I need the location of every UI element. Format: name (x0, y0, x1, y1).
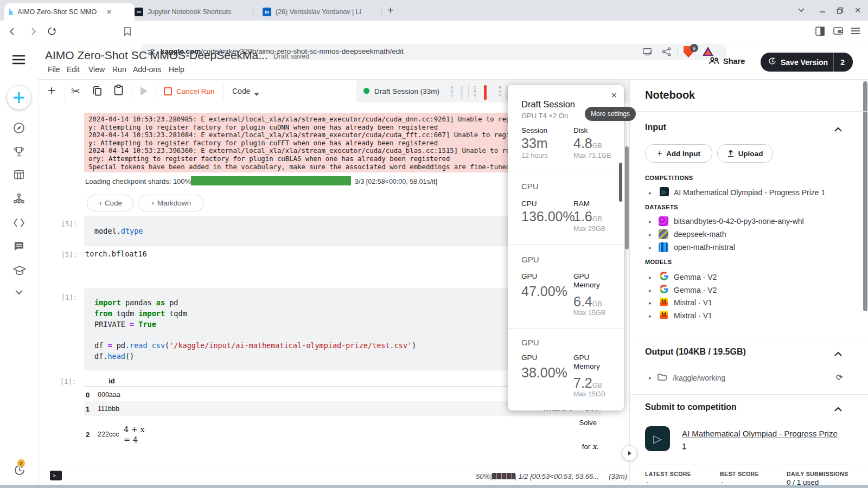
sidebar-competitions-trophy-icon[interactable] (13, 146, 25, 158)
expand-caret-icon[interactable]: ▸ (649, 313, 652, 319)
upload-button[interactable]: Upload (717, 144, 773, 163)
wallet-icon[interactable] (833, 27, 843, 37)
browser-tab-2[interactable]: tds Jupyter Notebook Shortcuts (130, 3, 257, 21)
version-count-badge[interactable]: 2 (840, 58, 845, 67)
competition-link[interactable]: AI Mathematical Olympiad - Progress Priz… (682, 427, 840, 452)
menu-edit[interactable]: Edit (67, 65, 80, 74)
new-tab-button[interactable]: + (387, 4, 394, 17)
model-item[interactable]: Mixtral · V1 (674, 311, 840, 320)
output-folder-item[interactable]: /kaggle/working (673, 374, 825, 382)
add-input-button[interactable]: +Add Input (645, 144, 712, 163)
stop-icon[interactable] (164, 87, 172, 95)
save-version-button[interactable]: Save Version 2 (761, 53, 853, 72)
add-cell-button[interactable]: + (48, 83, 55, 98)
sidebar-more-chevron-icon[interactable] (15, 287, 27, 299)
submit-section-header[interactable]: Submit to competition (645, 402, 737, 412)
sidebar-menu-icon[interactable] (12, 55, 25, 67)
best-score-label: BEST SCORE (720, 471, 759, 477)
expand-caret-icon[interactable]: ▸ (649, 219, 652, 224)
collapse-panel-arrow-button[interactable] (622, 445, 637, 461)
page-scrollbar[interactable] (863, 81, 867, 311)
collapse-chevron-icon[interactable] (834, 125, 843, 134)
session-running-dot (363, 88, 369, 94)
menu-help[interactable]: Help (169, 65, 184, 74)
model-item[interactable]: Gemma · V2 (674, 286, 840, 294)
cut-cell-icon[interactable]: ✂ (71, 85, 80, 98)
collapse-chevron-icon[interactable] (834, 404, 843, 414)
aimo-competition-icon: ▷ (660, 187, 669, 196)
model-item[interactable]: Gemma · V2 (674, 273, 840, 281)
share-people-icon[interactable] (709, 56, 719, 67)
gpu-memory-limit: Max 15GB (573, 390, 605, 398)
panel-title: Notebook (645, 89, 695, 101)
code-line: model.dtype (94, 227, 143, 235)
back-button[interactable] (8, 27, 17, 38)
expand-caret-icon[interactable]: ▸ (649, 300, 652, 306)
menu-addons[interactable]: Add-ons (133, 65, 161, 74)
sidebar-learn-icon[interactable] (13, 265, 25, 277)
send-to-device-icon[interactable] (643, 48, 653, 59)
minimize-button[interactable] (818, 5, 827, 15)
hdd-gauge (461, 86, 463, 100)
copy-cell-icon[interactable] (93, 86, 102, 98)
add-code-button[interactable]: + Code (87, 195, 133, 211)
brave-rewards-icon[interactable] (703, 47, 713, 56)
forward-button[interactable] (28, 27, 38, 38)
browser-menu-icon[interactable] (851, 27, 860, 37)
menu-run[interactable]: Run (112, 65, 126, 74)
tab-close-icon[interactable]: ✕ (106, 8, 112, 16)
tds-favicon: tds (135, 8, 143, 16)
collapse-chevron-icon[interactable] (834, 349, 843, 359)
dataset-item[interactable]: deepseek-math (674, 230, 840, 239)
output-section-header[interactable]: Output (104KB / 19.5GB) (645, 347, 746, 357)
cell-prompt: [1]: (61, 294, 77, 301)
share-button[interactable]: Share (723, 57, 745, 66)
share-page-icon[interactable] (662, 47, 671, 59)
sidebar-discussions-icon[interactable] (13, 240, 25, 252)
menu-view[interactable]: View (88, 65, 105, 74)
expand-caret-icon[interactable]: ▸ (649, 375, 652, 381)
model-item[interactable]: Mistral · V1 (674, 298, 840, 307)
code-line: PRIVATE = True (94, 320, 156, 329)
menu-file[interactable]: File (48, 65, 60, 74)
browser-tab-active[interactable]: k AIMO Zero-Shot SC MMO ✕ (4, 3, 135, 21)
sidebar-code-icon[interactable] (13, 218, 25, 230)
sidebar-home-compass-icon[interactable] (13, 122, 25, 134)
reading-list-panel-icon[interactable] (815, 27, 825, 38)
gpu-value: 47.00% (521, 284, 567, 299)
competition-item[interactable]: AI Mathematical Olympiad - Progress Priz… (674, 188, 842, 197)
maximize-button[interactable] (835, 5, 845, 15)
cell-type-caret-icon[interactable] (254, 89, 259, 99)
expand-caret-icon[interactable]: ▸ (649, 190, 652, 196)
popup-scrollbar[interactable] (619, 163, 622, 202)
run-cell-icon[interactable] (141, 87, 148, 95)
dataset-item[interactable]: open-math-mistral (674, 243, 840, 252)
expand-caret-icon[interactable]: ▸ (649, 232, 652, 237)
close-window-button[interactable]: ✕ (853, 5, 863, 15)
paste-cell-icon[interactable] (114, 85, 123, 98)
cell-type-dropdown[interactable]: Code (232, 87, 250, 95)
browser-tab-3[interactable]: in (26) Ventsislav Yordanov | Li (258, 3, 385, 21)
tab-search-chevron-icon[interactable] (796, 5, 806, 15)
cancel-run-button[interactable]: Cancel Run (176, 87, 215, 95)
add-markdown-button[interactable]: + Markdown (138, 195, 204, 211)
dataset-item[interactable]: bitsandbytes-0-42-0-py3-none-any-whl (674, 217, 840, 226)
upload-icon (727, 150, 735, 157)
notebook-title[interactable]: AIMO Zero-Shot SC MMOS-DeepSeekMa... (45, 49, 268, 62)
loading-progress-bar (191, 176, 351, 185)
input-section-header[interactable]: Input (645, 123, 666, 132)
expand-caret-icon[interactable]: ▸ (649, 245, 652, 251)
bookmark-icon[interactable] (123, 27, 132, 38)
sidebar-models-icon[interactable] (13, 192, 25, 204)
sync-output-icon[interactable]: ⟳ (836, 373, 843, 382)
tab-separator (253, 7, 253, 16)
close-popup-icon[interactable]: ✕ (610, 91, 617, 100)
expand-caret-icon[interactable]: ▸ (649, 274, 652, 280)
notebook-scrollbar[interactable] (625, 146, 629, 249)
session-chip[interactable]: Draft Session (33m) (374, 87, 439, 95)
reload-button[interactable] (47, 26, 57, 38)
plus-icon: + (657, 148, 662, 159)
expand-caret-icon[interactable]: ▸ (649, 287, 652, 293)
sidebar-datasets-icon[interactable] (13, 169, 25, 181)
create-button[interactable] (7, 86, 31, 110)
